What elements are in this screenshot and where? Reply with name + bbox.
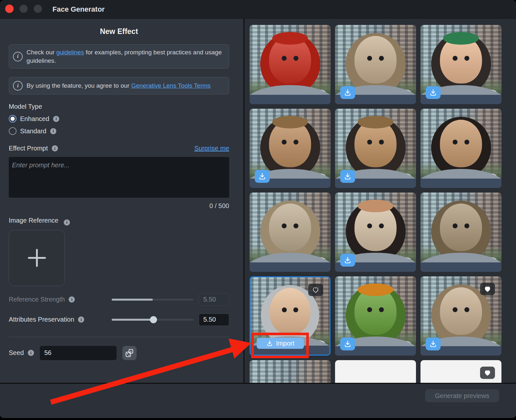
preview-tile-dark-hair-white[interactable]: Import: [421, 360, 501, 384]
model-type-label: Model Type: [9, 103, 229, 110]
headwear-shape: [443, 32, 479, 45]
info-icon: i: [13, 81, 23, 91]
reference-strength-label: Reference Strength: [9, 296, 65, 303]
reference-strength-value: 5.50: [199, 293, 229, 306]
seed-label: Seed: [9, 349, 24, 357]
info-icon[interactable]: i: [28, 350, 34, 356]
download-button[interactable]: [426, 86, 441, 99]
download-button[interactable]: [340, 254, 355, 267]
preview-tile-lynx-face-alt[interactable]: Import: [421, 276, 501, 356]
guidelines-info-text: Check our guidelines for examples, promp…: [27, 48, 224, 65]
face-shape: [440, 287, 482, 335]
preview-tile-natural-portrait[interactable]: Import: [421, 109, 501, 188]
reference-strength-row: Reference Strength i 5.50: [9, 293, 229, 306]
info-icon[interactable]: i: [64, 219, 70, 226]
preview-tile-cat-ears-crown[interactable]: Import: [250, 360, 331, 384]
seed-row: Seed i: [9, 346, 229, 360]
info-icon: i: [13, 52, 23, 61]
download-button[interactable]: [340, 170, 355, 183]
close-button[interactable]: [5, 5, 14, 13]
download-icon: [344, 172, 352, 180]
reference-strength-slider[interactable]: [112, 299, 194, 301]
guidelines-info-box: i Check our guidelines for examples, pro…: [9, 44, 229, 69]
face-shape: [269, 204, 311, 251]
favorite-heart-button[interactable]: [308, 284, 323, 296]
radio-unselected-icon[interactable]: [9, 127, 17, 135]
info-icon[interactable]: i: [78, 316, 84, 323]
panel-heading: New Effect: [9, 27, 229, 36]
generate-previews-button[interactable]: Generate previews: [425, 389, 499, 402]
guidelines-link[interactable]: guidelines: [56, 49, 84, 56]
headwear-shape: [358, 283, 393, 296]
preview-tile-deer-face-alt[interactable]: Import: [335, 109, 416, 188]
effect-prompt-label: Effect Prompt: [9, 145, 48, 152]
footer-bar: Generate previews: [0, 383, 516, 418]
download-button[interactable]: [255, 170, 270, 183]
seed-input[interactable]: [40, 346, 117, 360]
title-bar: Face Generator: [0, 0, 516, 19]
city-background: [335, 360, 416, 384]
terms-link[interactable]: Generative Lens Tools Terms: [131, 82, 210, 89]
plus-icon: [27, 248, 47, 268]
download-icon: [344, 256, 352, 264]
add-reference-image-button[interactable]: [9, 230, 65, 286]
new-effect-panel: New Effect i Check our guidelines for ex…: [0, 19, 243, 384]
standard-label: Standard: [20, 127, 46, 135]
preview-tile-elf-green-hat[interactable]: Import: [421, 25, 501, 104]
preview-tile-curly-hair-white[interactable]: Import: [335, 360, 416, 384]
face-shape: [270, 288, 311, 334]
preview-tile-deer-face[interactable]: Import: [250, 109, 331, 188]
headwear-shape: [272, 32, 308, 45]
terms-info-text: By using the feature, you agree to our G…: [27, 82, 211, 90]
preview-tile-tabby-cat[interactable]: Import: [421, 193, 501, 272]
attributes-preservation-slider[interactable]: [112, 319, 194, 321]
model-type-option-standard[interactable]: Standard i: [9, 127, 229, 135]
model-type-option-enhanced[interactable]: Enhanced i: [9, 115, 229, 123]
face-shape: [440, 120, 482, 167]
preview-tile-cat-ears-girl[interactable]: Import: [335, 193, 416, 272]
preview-tile-cat-face[interactable]: Import: [335, 25, 416, 104]
info-icon[interactable]: i: [52, 145, 58, 151]
traffic-lights: [5, 5, 42, 13]
download-icon: [429, 89, 437, 96]
surprise-me-link[interactable]: Surprise me: [194, 145, 229, 152]
info-icon[interactable]: i: [50, 128, 56, 134]
download-button[interactable]: [426, 337, 441, 350]
dice-icon: [125, 349, 134, 357]
download-icon: [429, 340, 437, 348]
face-generator-window: Face Generator New Effect i Check our gu…: [0, 0, 516, 418]
city-background: [250, 360, 331, 384]
favorite-heart-button[interactable]: [480, 283, 495, 295]
info-icon[interactable]: i: [69, 296, 75, 303]
download-icon: [344, 340, 352, 348]
heart-icon: [484, 285, 491, 293]
attributes-preservation-label: Attributes Preservation: [9, 316, 74, 323]
face-shape: [354, 36, 397, 83]
effect-prompt-input[interactable]: [9, 157, 229, 198]
info-icon[interactable]: i: [53, 116, 59, 122]
import-button[interactable]: Import: [257, 338, 304, 349]
favorite-heart-button[interactable]: [480, 367, 495, 379]
preview-tile-lynx-face[interactable]: Import: [250, 193, 331, 272]
enhanced-label: Enhanced: [20, 115, 49, 123]
window-title: Face Generator: [52, 5, 105, 14]
preview-tile-frog-face[interactable]: Import: [335, 276, 416, 356]
download-button[interactable]: [340, 86, 355, 99]
download-button[interactable]: [340, 337, 355, 350]
zoom-button[interactable]: [34, 5, 42, 13]
headwear-shape: [358, 200, 393, 212]
attributes-preservation-row: Attributes Preservation i 5.50: [9, 313, 229, 326]
radio-selected-icon[interactable]: [9, 115, 17, 123]
heart-icon: [312, 286, 320, 293]
preview-tile-grandma-face[interactable]: Import: [250, 276, 331, 356]
face-shape: [440, 204, 482, 251]
minimize-button[interactable]: [19, 5, 28, 13]
seed-section-divider: [9, 337, 229, 337]
terms-info-box: i By using the feature, you agree to our…: [9, 77, 229, 94]
preview-tile-dragon-face[interactable]: Import: [250, 25, 331, 104]
download-icon: [344, 89, 352, 96]
image-reference-label: Image Reference: [9, 217, 58, 224]
character-counter: 0 / 500: [9, 202, 229, 210]
randomize-seed-button[interactable]: [122, 346, 137, 360]
preview-grid: Import Import: [244, 19, 501, 384]
